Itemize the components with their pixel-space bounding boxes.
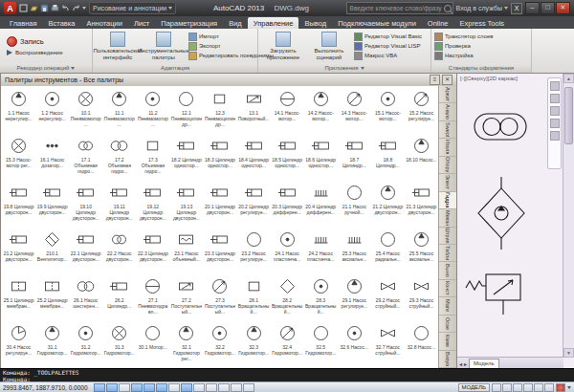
close-button[interactable]: ✕ <box>556 2 570 14</box>
annotation-visibility-icon[interactable] <box>523 383 533 392</box>
palette-item[interactable]: 20.1 Цилиндр двусторон... <box>203 182 236 229</box>
ribbon-tab[interactable]: Вставка <box>43 17 81 29</box>
palette-item[interactable]: 29.3 Насос струйный... <box>405 275 438 322</box>
palette-item[interactable]: 24.1 Насос пластинча... <box>271 229 304 275</box>
palette-item[interactable]: 19.9 Цилиндр двусторон... <box>35 182 69 229</box>
ribbon-button[interactable]: Редактор Visual LISP <box>354 42 422 51</box>
palette-item[interactable]: 18.6 Цилиндр одностор... <box>304 135 338 182</box>
play-button[interactable]: Воспроизведение <box>3 49 67 56</box>
palette-item[interactable]: 25.2 Цилиндр мембран... <box>35 275 69 322</box>
palette-item[interactable]: 17.3 Объемная гидро... <box>136 135 169 182</box>
panel-caption[interactable]: Стандарты оформления <box>431 63 531 73</box>
palette-item[interactable]: 28.2 Вращательный... <box>271 275 304 322</box>
palette-item[interactable]: 27.3 Поступательный... <box>203 275 236 322</box>
ribbon-big-button[interactable]: Пользовательский интерфейс <box>96 32 140 60</box>
ribbon-button[interactable]: Проверка <box>434 42 494 51</box>
panel-caption[interactable]: Рекордер операций <box>0 63 92 73</box>
palette-tab[interactable]: Архит <box>439 86 456 103</box>
status-toggle-sc[interactable] <box>231 383 242 392</box>
navigation-bar[interactable] <box>547 77 562 169</box>
palette-tab[interactable]: Мате <box>439 297 456 315</box>
palette-item[interactable]: 18.5 Цилиндр одностор... <box>271 135 304 182</box>
palette-tab[interactable]: Табли <box>439 245 456 262</box>
status-toggle-osnap[interactable] <box>144 383 155 392</box>
model-space-button[interactable]: МОДЕЛЬ <box>458 383 490 392</box>
app-logo[interactable]: A <box>4 2 16 14</box>
ribbon-tab[interactable]: Подключаемые модули <box>332 17 422 29</box>
palette-item[interactable]: 23.2 Насос регулируе... <box>237 229 271 275</box>
open-file-icon[interactable] <box>30 4 38 12</box>
ribbon-tab[interactable]: Управление <box>248 17 299 29</box>
palette-item[interactable]: 31.1 Гидромотор... <box>35 322 69 368</box>
palette-tab[interactable]: Элект <box>439 174 456 191</box>
palette-tab[interactable]: Осве <box>439 316 456 333</box>
palette-item[interactable]: 10.1 Пневмомотор... <box>69 88 102 135</box>
panel-caption[interactable]: Адаптация <box>93 63 257 73</box>
palette-item[interactable]: 31.2 Гидромотор... <box>69 322 102 368</box>
palette-item[interactable]: 20.2 Цилиндр регулируе... <box>237 182 271 229</box>
ribbon-tab[interactable]: Аннотации <box>80 17 128 29</box>
palette-properties-icon[interactable]: ≡ <box>430 75 440 85</box>
record-button[interactable]: Запись <box>3 35 48 48</box>
palette-item[interactable]: 32.2 Гидромотор... <box>203 322 236 368</box>
palette-item[interactable]: 17.2 Объемная гидро... <box>102 135 136 182</box>
layout-next-icon[interactable]: ▸ <box>464 360 467 367</box>
ribbon-button[interactable]: Редактор Visual Basic <box>354 33 422 41</box>
palette-item[interactable]: 1.1 Насос нерегулир... <box>2 88 35 135</box>
signin-button[interactable]: Вход в службы <box>456 5 508 11</box>
palette-item[interactable]: 11.2 Пневмомотор... <box>136 88 169 135</box>
palette-item[interactable]: 23.3 Цилиндр двусторон... <box>203 229 236 275</box>
palette-item[interactable]: 17.1 Объемная гидро... <box>69 135 102 182</box>
palette-tab[interactable]: Изоля <box>439 139 456 156</box>
ribbon-tab[interactable]: Главная <box>4 17 43 29</box>
palette-item[interactable]: 30.4 Насос регулируе... <box>2 322 35 368</box>
ribbon-tab[interactable]: Параметризация <box>155 17 223 29</box>
palette-item[interactable]: 18.3 Цилиндр одностор... <box>203 135 236 182</box>
palette-item[interactable]: 18.8 Цилиндр... <box>371 135 405 182</box>
infocenter-search[interactable]: Введите ключевое слово/фразу <box>346 2 453 14</box>
panel-caption[interactable]: Приложения <box>258 63 430 73</box>
status-toggle-lwt[interactable] <box>193 383 205 392</box>
palette-item[interactable]: 32.3 Гидромотор... <box>237 322 271 368</box>
palette-tab[interactable]: Выно <box>439 262 456 279</box>
palette-header[interactable]: Палитры инструментов - Все палитры ≡ ✕ <box>1 74 456 87</box>
palette-item[interactable]: 19.8 Цилиндр двусторон... <box>2 182 35 229</box>
palette-item[interactable]: 24.2 Насос пластинча... <box>304 229 338 275</box>
redo-icon[interactable] <box>72 4 80 12</box>
status-toggle-otrack[interactable] <box>156 383 167 392</box>
palette-item[interactable]: 1.2 Насос нерегулир... <box>35 88 69 135</box>
palette-item[interactable]: 28.1 Вращательный... <box>237 275 271 322</box>
ribbon-big-button[interactable]: Загрузить приложение <box>261 32 305 60</box>
palette-tab[interactable]: Каме <box>439 333 456 350</box>
layout-prev-icon[interactable]: ◂ <box>459 360 462 367</box>
palette-item[interactable]: 25.3 Насос аксиальн... <box>338 229 371 275</box>
qat-dropdown-icon[interactable] <box>82 7 86 10</box>
palette-item[interactable]: 32.1 Гидромотор рег... <box>169 322 203 368</box>
palette-item[interactable]: 21.2 Цилиндр двусторон... <box>371 182 405 229</box>
palette-item[interactable]: 26.1 Насос шестерен... <box>69 275 102 322</box>
save-icon[interactable] <box>40 4 49 12</box>
minimize-button[interactable]: – <box>525 2 540 14</box>
showmotion-icon[interactable] <box>550 131 560 141</box>
ribbon-tab[interactable]: Лист <box>128 17 155 29</box>
zoom-icon[interactable] <box>550 94 560 103</box>
ribbon-button[interactable]: Макрос VBA <box>354 52 422 60</box>
palette-item[interactable]: 20.4 Цилиндр дифферен... <box>304 182 338 229</box>
ribbon-big-button[interactable]: Инструментальные палитры <box>142 32 186 60</box>
palette-tab[interactable]: Анало <box>439 103 456 120</box>
status-toggle-ortho[interactable] <box>119 383 130 392</box>
palette-item[interactable]: 14.3 Насос-мотор... <box>338 88 371 135</box>
palette-item[interactable]: 15.2 Насос регулируе... <box>405 88 438 135</box>
palette-item[interactable]: 18.7 Цилиндр... <box>338 135 371 182</box>
palette-tab[interactable]: Гидра <box>439 192 456 209</box>
palette-item[interactable]: 32.6 Насос... <box>338 322 371 368</box>
palette-item[interactable]: 21.2 Цилиндр двусторон... <box>2 229 35 275</box>
palette-item[interactable]: 210.1 Вентилятор... <box>35 229 69 275</box>
workspace-switcher[interactable]: Рисование и аннотации <box>89 2 176 14</box>
palette-item[interactable]: 19.10 Цилиндр двусторон... <box>69 182 102 229</box>
pan-icon[interactable] <box>550 81 560 91</box>
status-menu-icon[interactable] <box>567 386 571 389</box>
scrollbar-thumb[interactable] <box>564 87 573 144</box>
ribbon-tab[interactable]: Online <box>422 17 454 29</box>
ribbon-tab[interactable]: Вывод <box>298 17 332 29</box>
